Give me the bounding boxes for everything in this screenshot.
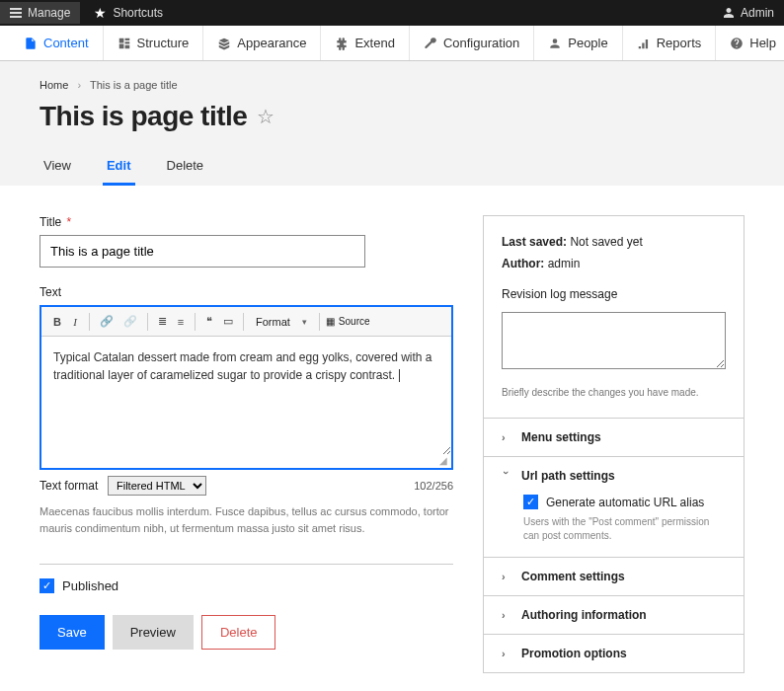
top-bar-left: Manage ★ Shortcuts bbox=[10, 2, 163, 24]
nav-structure[interactable]: Structure bbox=[104, 26, 204, 60]
format-dropdown[interactable]: Format bbox=[250, 316, 313, 328]
preview-button[interactable]: Preview bbox=[113, 615, 194, 650]
file-icon bbox=[24, 37, 38, 50]
accordion-menu-settings: › Menu settings bbox=[484, 419, 744, 457]
nav-extend-label: Extend bbox=[354, 36, 394, 50]
accordion-comment-settings: › Comment settings bbox=[484, 558, 744, 596]
accordion-header-menu[interactable]: › Menu settings bbox=[484, 419, 744, 456]
accordion-authoring: › Authoring information bbox=[484, 596, 744, 635]
save-button[interactable]: Save bbox=[39, 615, 105, 650]
primary-tabs: View Edit Delete bbox=[39, 150, 745, 186]
toolbar-separator bbox=[89, 313, 90, 331]
nav-appearance-label: Appearance bbox=[237, 36, 306, 50]
nav-people[interactable]: People bbox=[534, 26, 622, 60]
title-label-text: Title bbox=[39, 215, 61, 229]
manage-button[interactable]: Manage bbox=[0, 2, 80, 24]
quote-icon[interactable]: ❝ bbox=[201, 312, 217, 331]
source-button[interactable]: ▦ Source bbox=[326, 316, 370, 327]
editor-textarea[interactable]: Typical Catalan dessert made from cream … bbox=[41, 337, 451, 455]
last-saved-label: Last saved: bbox=[502, 235, 567, 249]
title-label: Title * bbox=[39, 215, 453, 229]
breadcrumb-current: This is a page title bbox=[90, 79, 178, 91]
unlink-icon[interactable]: 🔗 bbox=[119, 312, 141, 331]
checkbox-checked-icon[interactable]: ✓ bbox=[523, 495, 538, 509]
revision-log-label: Revision log message bbox=[502, 284, 726, 306]
manage-label: Manage bbox=[28, 6, 70, 20]
revision-log-textarea[interactable] bbox=[502, 312, 726, 369]
breadcrumb-home[interactable]: Home bbox=[39, 79, 68, 91]
accordion-header-url[interactable]: › Url path settings bbox=[484, 457, 744, 495]
image-icon[interactable]: ▭ bbox=[219, 312, 237, 331]
rich-text-editor: B I 🔗 🔗 ≣ ≡ ❝ ▭ Format ▦ Source Typica bbox=[39, 305, 453, 470]
shortcuts-label: Shortcuts bbox=[113, 6, 163, 20]
checkbox-checked-icon[interactable]: ✓ bbox=[39, 578, 54, 593]
accordion-menu-label: Menu settings bbox=[521, 430, 601, 444]
toolbar-separator bbox=[319, 313, 320, 331]
delete-button[interactable]: Delete bbox=[201, 615, 276, 650]
accordion-comment-label: Comment settings bbox=[521, 570, 625, 583]
nav-configuration-label: Configuration bbox=[443, 36, 519, 50]
wrench-icon bbox=[424, 37, 437, 50]
shortcuts-link[interactable]: ★ Shortcuts bbox=[94, 5, 163, 21]
text-cursor bbox=[399, 369, 400, 382]
bullet-list-icon[interactable]: ≣ bbox=[154, 312, 171, 331]
url-alias-checkbox-row[interactable]: ✓ Generate automatic URL alias bbox=[523, 495, 726, 509]
favorite-star-icon[interactable]: ☆ bbox=[257, 105, 274, 128]
accordion-header-comment[interactable]: › Comment settings bbox=[484, 558, 744, 595]
revision-help-text: Briefly describe the changes you have ma… bbox=[502, 384, 726, 402]
help-icon bbox=[730, 37, 744, 50]
resize-handle-icon[interactable]: ◢ bbox=[41, 455, 451, 468]
title-input[interactable] bbox=[39, 235, 365, 268]
character-count: 102/256 bbox=[414, 480, 453, 492]
author-label: Author: bbox=[502, 257, 544, 270]
breadcrumb: Home › This is a page title bbox=[39, 79, 745, 91]
extend-icon bbox=[335, 37, 349, 50]
editor-content: Typical Catalan dessert made from cream … bbox=[53, 350, 432, 382]
admin-label: Admin bbox=[741, 6, 774, 20]
italic-button[interactable]: I bbox=[67, 313, 83, 331]
source-label: Source bbox=[339, 316, 370, 327]
content-area: Title * Text B I 🔗 🔗 ≣ ≡ ❝ ▭ Format bbox=[0, 186, 784, 691]
tab-view[interactable]: View bbox=[39, 150, 75, 186]
toolbar-separator bbox=[195, 313, 196, 331]
top-bar: Manage ★ Shortcuts Admin bbox=[0, 0, 784, 26]
chevron-down-icon: › bbox=[501, 471, 512, 481]
nav-extend[interactable]: Extend bbox=[321, 26, 409, 60]
nav-content[interactable]: Content bbox=[10, 26, 104, 60]
sidebar-panel: Last saved: Not saved yet Author: admin … bbox=[483, 215, 745, 673]
published-label: Published bbox=[62, 578, 118, 593]
nav-content-label: Content bbox=[43, 36, 89, 50]
last-saved-value: Not saved yet bbox=[570, 235, 642, 249]
tab-edit[interactable]: Edit bbox=[103, 150, 135, 186]
chevron-right-icon: › bbox=[77, 79, 81, 91]
accordion-header-authoring[interactable]: › Authoring information bbox=[484, 596, 744, 634]
divider bbox=[39, 564, 453, 565]
accordion-body-url: ✓ Generate automatic URL alias Users wit… bbox=[484, 495, 744, 557]
nav-structure-label: Structure bbox=[137, 36, 190, 50]
nav-reports[interactable]: Reports bbox=[623, 26, 717, 60]
editor-toolbar: B I 🔗 🔗 ≣ ≡ ❝ ▭ Format ▦ Source bbox=[41, 307, 451, 337]
accordion-authoring-label: Authoring information bbox=[521, 608, 647, 622]
text-label: Text bbox=[39, 285, 453, 299]
numbered-list-icon[interactable]: ≡ bbox=[173, 313, 189, 331]
nav-help[interactable]: Help bbox=[716, 26, 784, 60]
accordion-promotion: › Promotion options bbox=[484, 635, 744, 672]
nav-configuration[interactable]: Configuration bbox=[410, 26, 534, 60]
user-icon bbox=[723, 7, 735, 19]
appearance-icon bbox=[217, 37, 231, 50]
text-format-select[interactable]: Filtered HTML bbox=[108, 476, 206, 496]
nav-help-label: Help bbox=[749, 36, 776, 50]
admin-nav: Content Structure Appearance Extend Conf… bbox=[0, 26, 784, 61]
link-icon[interactable]: 🔗 bbox=[96, 312, 118, 331]
tab-delete[interactable]: Delete bbox=[163, 150, 208, 186]
published-checkbox-row[interactable]: ✓ Published bbox=[39, 578, 453, 593]
author-value: admin bbox=[548, 257, 581, 270]
accordion-url-settings: › Url path settings ✓ Generate automatic… bbox=[484, 457, 744, 558]
admin-user-link[interactable]: Admin bbox=[723, 6, 774, 20]
accordion-header-promotion[interactable]: › Promotion options bbox=[484, 635, 744, 672]
nav-appearance[interactable]: Appearance bbox=[203, 26, 321, 60]
required-marker: * bbox=[67, 215, 72, 229]
bold-button[interactable]: B bbox=[49, 313, 65, 331]
text-format-label: Text format bbox=[39, 479, 98, 493]
toolbar-separator bbox=[243, 313, 244, 331]
